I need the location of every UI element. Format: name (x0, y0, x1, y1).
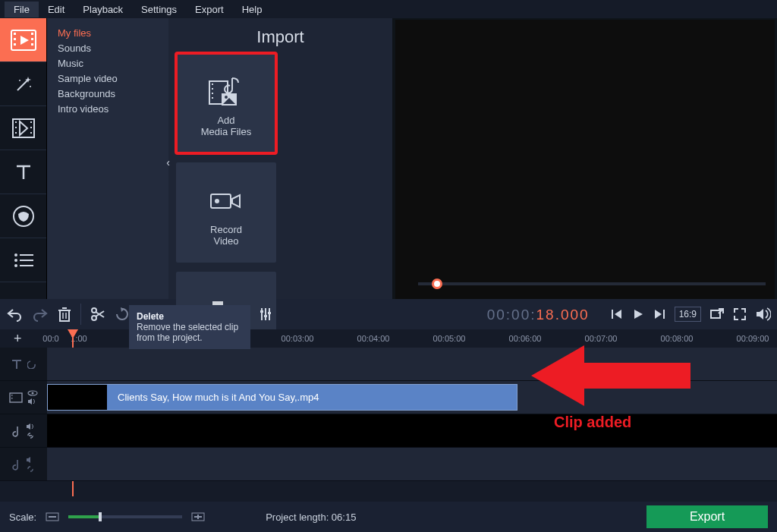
tool-stickers[interactable] (0, 194, 46, 238)
video-track[interactable]: Clients Say, How much is it And You Say,… (47, 381, 777, 414)
tool-filters[interactable] (0, 62, 46, 106)
svg-marker-35 (232, 195, 240, 207)
svg-point-10 (30, 86, 31, 87)
rotate-button[interactable] (115, 307, 130, 322)
record-video-button[interactable]: RecordVideo (176, 162, 276, 263)
category-sample-video[interactable]: Sample video (58, 71, 158, 87)
eye-icon (27, 390, 38, 396)
svg-rect-88 (49, 516, 56, 518)
fullscreen-button[interactable] (733, 307, 747, 321)
svg-rect-28 (212, 88, 213, 90)
tool-import[interactable] (0, 18, 46, 62)
menu-file[interactable]: File (5, 2, 39, 17)
title-track[interactable] (47, 348, 777, 381)
prev-frame-button[interactable] (611, 308, 623, 320)
tool-transitions[interactable] (0, 106, 46, 150)
preview-seek-bar[interactable] (418, 282, 766, 285)
menu-help[interactable]: Help (233, 2, 272, 17)
clip-thumbnail (48, 385, 107, 410)
zoom-in-icon[interactable] (191, 512, 205, 521)
add-media-files-button[interactable]: AddMedia Files (176, 53, 276, 153)
audio-track[interactable] (47, 414, 777, 448)
svg-marker-85 (27, 457, 30, 463)
project-length: Project length: 06:15 (266, 512, 356, 523)
delete-tooltip: Delete Remove the selected clip from the… (129, 305, 250, 349)
zoom-slider[interactable] (68, 515, 182, 518)
seek-knob-icon[interactable] (432, 279, 442, 289)
sticker-icon (12, 205, 35, 228)
category-intro-videos[interactable]: Intro videos (58, 102, 158, 117)
audio-track-header[interactable] (0, 414, 47, 448)
svg-rect-15 (30, 121, 32, 123)
svg-rect-39 (60, 310, 69, 321)
svg-rect-3 (14, 43, 16, 46)
delete-button[interactable] (58, 307, 71, 322)
tool-column (0, 18, 47, 299)
equalizer-button[interactable] (259, 307, 272, 322)
svg-marker-71 (615, 310, 621, 319)
category-backgrounds[interactable]: Backgrounds (58, 87, 158, 102)
media-files-icon (208, 69, 244, 115)
menu-export[interactable]: Export (186, 2, 233, 17)
menu-edit[interactable]: Edit (39, 2, 74, 17)
category-music[interactable]: Music (58, 56, 158, 71)
svg-point-9 (19, 80, 20, 81)
svg-marker-7 (20, 36, 29, 45)
svg-rect-17 (30, 132, 32, 134)
video-camera-icon (209, 178, 243, 224)
import-categories: My files Sounds Music Sample video Backg… (47, 18, 168, 299)
video-clip[interactable]: Clients Say, How much is it And You Say,… (47, 384, 517, 411)
aspect-ratio-button[interactable]: 16:9 (675, 307, 701, 322)
category-my-files[interactable]: My files (58, 26, 158, 41)
zoom-out-icon[interactable] (46, 512, 59, 521)
svg-rect-13 (15, 127, 17, 128)
svg-marker-72 (634, 310, 643, 319)
import-title: Import (168, 18, 392, 53)
svg-rect-1 (14, 33, 16, 35)
svg-rect-16 (30, 127, 32, 128)
svg-marker-84 (27, 423, 30, 430)
svg-rect-2 (14, 38, 16, 40)
add-track-button[interactable]: + (14, 331, 22, 347)
detach-preview-button[interactable] (710, 308, 724, 320)
menu-playback[interactable]: Playback (74, 2, 132, 17)
scale-label: Scale: (9, 512, 36, 523)
svg-point-82 (32, 392, 34, 394)
video-track-header[interactable] (0, 381, 47, 414)
undo-button[interactable] (6, 307, 23, 322)
title-track-header[interactable] (0, 348, 47, 381)
import-panel: My files Sounds Music Sample video Backg… (47, 18, 392, 299)
music-track[interactable] (47, 448, 777, 481)
svg-rect-25 (20, 265, 33, 266)
svg-rect-68 (264, 315, 267, 317)
speaker-icon (27, 398, 38, 405)
export-button[interactable]: Export (646, 505, 768, 528)
svg-marker-77 (757, 309, 763, 320)
tool-titles[interactable] (0, 150, 46, 194)
clip-label: Clients Say, How much is it And You Say,… (118, 392, 319, 403)
tool-more[interactable] (0, 238, 46, 282)
collapse-sidebar-icon[interactable]: ‹ (166, 155, 170, 170)
volume-button[interactable] (756, 307, 771, 321)
menu-settings[interactable]: Settings (132, 2, 186, 17)
svg-point-32 (225, 96, 228, 99)
category-sounds[interactable]: Sounds (58, 41, 158, 56)
redo-button[interactable] (32, 307, 49, 322)
timecode-display: 00:00:18.000 (487, 306, 590, 323)
svg-point-36 (215, 199, 219, 203)
play-button[interactable] (632, 308, 644, 320)
svg-marker-83 (28, 398, 32, 405)
svg-rect-29 (212, 93, 213, 94)
svg-point-20 (14, 253, 17, 257)
split-button[interactable] (90, 307, 105, 322)
next-frame-button[interactable] (653, 308, 665, 320)
svg-marker-73 (655, 310, 662, 319)
svg-marker-18 (20, 121, 27, 135)
magic-wand-icon (13, 74, 34, 95)
preview-player (395, 20, 775, 299)
music-track-header[interactable] (0, 448, 47, 481)
svg-rect-70 (612, 310, 613, 319)
svg-rect-27 (212, 83, 213, 85)
svg-rect-5 (31, 38, 33, 40)
status-bar: Scale: Project length: 06:15 Export (0, 502, 777, 532)
